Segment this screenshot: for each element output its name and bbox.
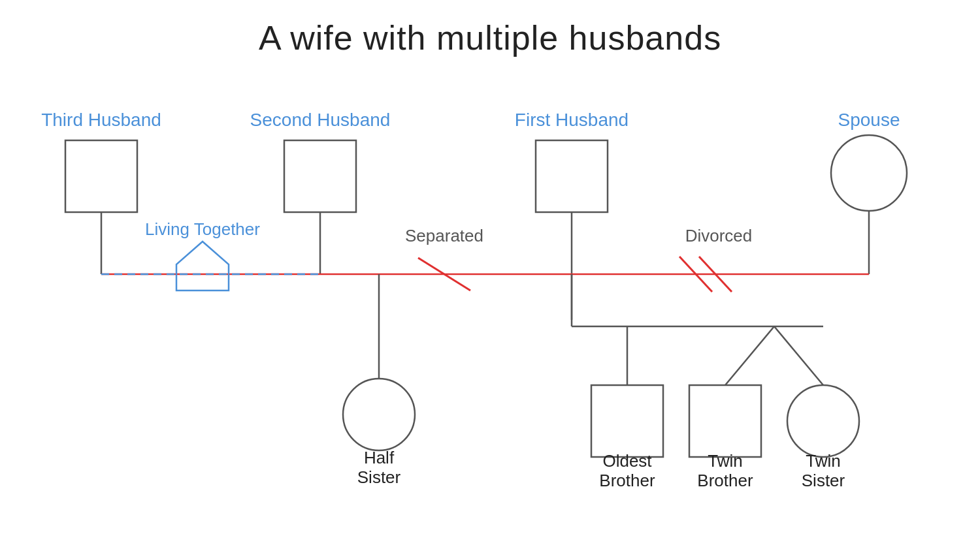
oldest-brother-label: Oldest [602,451,652,471]
half-sister-symbol [343,379,415,450]
spouse-label: Spouse [838,110,900,130]
family-diagram: Third Husband Second Husband First Husba… [0,0,980,549]
twin-brother-label2: Brother [697,471,753,490]
divorced-label: Divorced [685,226,753,245]
oldest-brother-label2: Brother [599,471,655,490]
living-together-house [176,242,229,290]
second-husband-label: Second Husband [250,110,391,130]
twin-sister-label: Twin [806,451,840,471]
separated-label: Separated [405,226,483,245]
half-sister-label: Half [364,448,395,467]
third-husband-symbol [65,140,137,212]
second-husband-symbol [284,140,356,212]
twin-brother-label: Twin [708,451,742,471]
oldest-brother-symbol [591,385,663,457]
first-husband-symbol [536,140,608,212]
twin-brother-symbol [689,385,761,457]
twin-sister-symbol [787,385,859,457]
twin-right-v [774,326,823,385]
twin-left-v [725,326,774,385]
half-sister-label2: Sister [357,467,401,487]
first-husband-label: First Husband [515,110,629,130]
living-together-label: Living Together [145,219,260,239]
third-husband-label: Third Husband [41,110,161,130]
spouse-symbol [831,135,907,211]
twin-sister-label2: Sister [802,471,845,490]
